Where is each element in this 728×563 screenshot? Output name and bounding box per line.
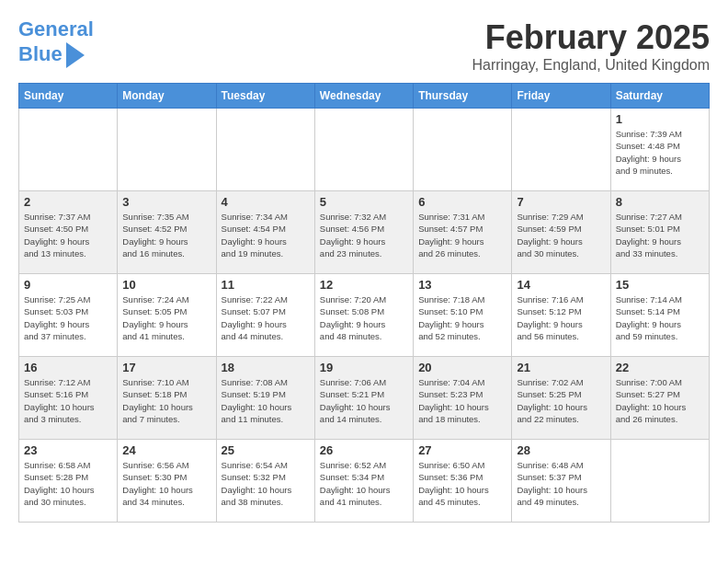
page-header: General Blue February 2025 Harringay, En… <box>18 18 710 74</box>
calendar-cell <box>314 109 413 191</box>
day-number: 10 <box>122 278 210 292</box>
calendar-cell: 2Sunrise: 7:37 AM Sunset: 4:50 PM Daylig… <box>19 191 118 274</box>
day-info: Sunrise: 6:54 AM Sunset: 5:32 PM Dayligh… <box>222 459 310 508</box>
calendar-week-row: 2Sunrise: 7:37 AM Sunset: 4:50 PM Daylig… <box>19 191 710 274</box>
calendar-cell <box>610 440 709 523</box>
logo-arrow-icon <box>66 42 85 68</box>
calendar-cell: 1Sunrise: 7:39 AM Sunset: 4:48 PM Daylig… <box>610 109 709 191</box>
title-block: February 2025 Harringay, England, United… <box>472 18 710 74</box>
weekday-header-sunday: Sunday <box>19 84 118 109</box>
day-info: Sunrise: 6:58 AM Sunset: 5:28 PM Dayligh… <box>24 459 112 508</box>
day-info: Sunrise: 7:24 AM Sunset: 5:05 PM Dayligh… <box>122 293 210 342</box>
calendar-cell: 4Sunrise: 7:34 AM Sunset: 4:54 PM Daylig… <box>216 191 314 274</box>
calendar-cell: 12Sunrise: 7:20 AM Sunset: 5:08 PM Dayli… <box>314 274 413 357</box>
day-info: Sunrise: 7:06 AM Sunset: 5:21 PM Dayligh… <box>320 376 408 425</box>
calendar-cell: 3Sunrise: 7:35 AM Sunset: 4:52 PM Daylig… <box>118 191 216 274</box>
calendar-header: SundayMondayTuesdayWednesdayThursdayFrid… <box>19 84 710 109</box>
calendar-cell: 8Sunrise: 7:27 AM Sunset: 5:01 PM Daylig… <box>610 191 709 274</box>
calendar-table: SundayMondayTuesdayWednesdayThursdayFrid… <box>18 83 710 523</box>
day-info: Sunrise: 6:52 AM Sunset: 5:34 PM Dayligh… <box>320 459 408 508</box>
day-info: Sunrise: 7:12 AM Sunset: 5:16 PM Dayligh… <box>24 376 112 425</box>
day-info: Sunrise: 7:25 AM Sunset: 5:03 PM Dayligh… <box>24 293 112 342</box>
calendar-cell: 26Sunrise: 6:52 AM Sunset: 5:34 PM Dayli… <box>314 440 413 523</box>
day-number: 20 <box>418 361 506 374</box>
calendar-cell <box>512 109 610 191</box>
day-number: 3 <box>122 195 210 209</box>
weekday-header-saturday: Saturday <box>610 84 709 109</box>
day-number: 9 <box>24 278 112 292</box>
calendar-cell: 21Sunrise: 7:02 AM Sunset: 5:25 PM Dayli… <box>512 357 610 440</box>
calendar-subtitle: Harringay, England, United Kingdom <box>472 57 710 74</box>
day-info: Sunrise: 7:04 AM Sunset: 5:23 PM Dayligh… <box>418 376 506 425</box>
calendar-title: February 2025 <box>472 18 710 57</box>
day-number: 18 <box>222 361 310 374</box>
day-number: 25 <box>222 443 310 457</box>
day-number: 24 <box>122 443 210 457</box>
day-number: 1 <box>616 112 704 126</box>
day-info: Sunrise: 7:22 AM Sunset: 5:07 PM Dayligh… <box>222 293 310 342</box>
day-number: 22 <box>616 361 704 374</box>
calendar-week-row: 16Sunrise: 7:12 AM Sunset: 5:16 PM Dayli… <box>19 357 710 440</box>
logo-text: General <box>18 18 94 40</box>
day-info: Sunrise: 7:37 AM Sunset: 4:50 PM Dayligh… <box>24 211 112 259</box>
day-number: 12 <box>320 278 408 292</box>
calendar-cell: 22Sunrise: 7:00 AM Sunset: 5:27 PM Dayli… <box>610 357 709 440</box>
day-info: Sunrise: 7:02 AM Sunset: 5:25 PM Dayligh… <box>517 376 605 425</box>
day-info: Sunrise: 7:20 AM Sunset: 5:08 PM Dayligh… <box>320 293 408 342</box>
calendar-cell: 27Sunrise: 6:50 AM Sunset: 5:36 PM Dayli… <box>414 440 512 523</box>
day-number: 11 <box>222 278 310 292</box>
calendar-cell: 13Sunrise: 7:18 AM Sunset: 5:10 PM Dayli… <box>414 274 512 357</box>
day-number: 4 <box>222 195 310 209</box>
calendar-cell: 10Sunrise: 7:24 AM Sunset: 5:05 PM Dayli… <box>118 274 216 357</box>
calendar-cell: 24Sunrise: 6:56 AM Sunset: 5:30 PM Dayli… <box>118 440 216 523</box>
calendar-cell: 16Sunrise: 7:12 AM Sunset: 5:16 PM Dayli… <box>19 357 118 440</box>
calendar-week-row: 9Sunrise: 7:25 AM Sunset: 5:03 PM Daylig… <box>19 274 710 357</box>
calendar-cell <box>414 109 512 191</box>
calendar-cell: 6Sunrise: 7:31 AM Sunset: 4:57 PM Daylig… <box>414 191 512 274</box>
day-info: Sunrise: 7:08 AM Sunset: 5:19 PM Dayligh… <box>222 376 310 425</box>
logo-blue: Blue <box>18 43 63 65</box>
day-number: 2 <box>24 195 112 209</box>
calendar-cell: 5Sunrise: 7:32 AM Sunset: 4:56 PM Daylig… <box>314 191 413 274</box>
calendar-cell: 17Sunrise: 7:10 AM Sunset: 5:18 PM Dayli… <box>118 357 216 440</box>
day-info: Sunrise: 7:31 AM Sunset: 4:57 PM Dayligh… <box>418 211 506 259</box>
day-number: 17 <box>122 361 210 374</box>
calendar-cell: 23Sunrise: 6:58 AM Sunset: 5:28 PM Dayli… <box>19 440 118 523</box>
day-info: Sunrise: 7:32 AM Sunset: 4:56 PM Dayligh… <box>320 211 408 259</box>
calendar-week-row: 23Sunrise: 6:58 AM Sunset: 5:28 PM Dayli… <box>19 440 710 523</box>
calendar-cell: 9Sunrise: 7:25 AM Sunset: 5:03 PM Daylig… <box>19 274 118 357</box>
day-info: Sunrise: 7:35 AM Sunset: 4:52 PM Dayligh… <box>122 211 210 259</box>
weekday-header-thursday: Thursday <box>414 84 512 109</box>
day-info: Sunrise: 7:10 AM Sunset: 5:18 PM Dayligh… <box>122 376 210 425</box>
day-number: 14 <box>517 278 605 292</box>
day-info: Sunrise: 6:56 AM Sunset: 5:30 PM Dayligh… <box>122 459 210 508</box>
calendar-cell: 14Sunrise: 7:16 AM Sunset: 5:12 PM Dayli… <box>512 274 610 357</box>
day-number: 26 <box>320 443 408 457</box>
calendar-cell <box>19 109 118 191</box>
day-number: 8 <box>616 195 704 209</box>
weekday-header-tuesday: Tuesday <box>216 84 314 109</box>
calendar-cell: 28Sunrise: 6:48 AM Sunset: 5:37 PM Dayli… <box>512 440 610 523</box>
calendar-cell <box>118 109 216 191</box>
day-number: 7 <box>517 195 605 209</box>
day-info: Sunrise: 7:14 AM Sunset: 5:14 PM Dayligh… <box>616 293 704 342</box>
weekday-header-row: SundayMondayTuesdayWednesdayThursdayFrid… <box>19 84 710 109</box>
calendar-cell <box>216 109 314 191</box>
calendar-cell: 18Sunrise: 7:08 AM Sunset: 5:19 PM Dayli… <box>216 357 314 440</box>
day-number: 6 <box>418 195 506 209</box>
calendar-cell: 7Sunrise: 7:29 AM Sunset: 4:59 PM Daylig… <box>512 191 610 274</box>
logo: General Blue <box>18 18 94 68</box>
day-info: Sunrise: 6:50 AM Sunset: 5:36 PM Dayligh… <box>418 459 506 508</box>
weekday-header-wednesday: Wednesday <box>314 84 413 109</box>
day-number: 15 <box>616 278 704 292</box>
day-info: Sunrise: 7:18 AM Sunset: 5:10 PM Dayligh… <box>418 293 506 342</box>
calendar-cell: 15Sunrise: 7:14 AM Sunset: 5:14 PM Dayli… <box>610 274 709 357</box>
calendar-cell: 20Sunrise: 7:04 AM Sunset: 5:23 PM Dayli… <box>414 357 512 440</box>
day-info: Sunrise: 7:39 AM Sunset: 4:48 PM Dayligh… <box>616 128 704 177</box>
day-number: 16 <box>24 361 112 374</box>
calendar-body: 1Sunrise: 7:39 AM Sunset: 4:48 PM Daylig… <box>19 109 710 523</box>
calendar-week-row: 1Sunrise: 7:39 AM Sunset: 4:48 PM Daylig… <box>19 109 710 191</box>
day-info: Sunrise: 7:34 AM Sunset: 4:54 PM Dayligh… <box>222 211 310 259</box>
day-number: 5 <box>320 195 408 209</box>
day-info: Sunrise: 7:16 AM Sunset: 5:12 PM Dayligh… <box>517 293 605 342</box>
